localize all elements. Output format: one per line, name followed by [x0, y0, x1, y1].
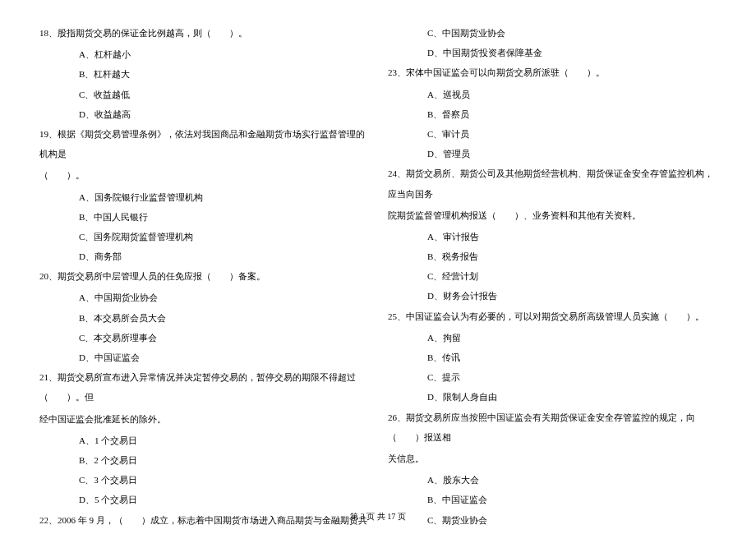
- q19-stem-line2: （ ）。: [39, 165, 368, 185]
- q20-option-d: D、中国证监会: [39, 348, 368, 367]
- q22-option-c: C、中国期货业协会: [388, 23, 717, 43]
- q23-option-b: B、督察员: [388, 104, 717, 124]
- q19-option-a: A、国务院银行业监督管理机构: [39, 187, 368, 207]
- q24-option-a: A、审计报告: [388, 227, 717, 246]
- q23-option-c: C、审计员: [388, 124, 717, 144]
- q25-option-d: D、限制人身自由: [388, 387, 717, 407]
- q26-option-a: A、股东大会: [388, 470, 717, 490]
- q25-option-a: A、拘留: [388, 328, 717, 348]
- q23-option-d: D、管理员: [388, 144, 717, 163]
- q20-option-a: A、中国期货业协会: [39, 288, 368, 307]
- right-column: C、中国期货业协会 D、中国期货投资者保障基金 23、宋体中国证监会可以向期货交…: [388, 23, 717, 534]
- q22-option-d: D、中国期货投资者保障基金: [388, 43, 717, 62]
- q23-option-a: A、巡视员: [388, 85, 717, 104]
- q25-stem: 25、中国证监会认为有必要的，可以对期货交易所高级管理人员实施（ ）。: [388, 306, 717, 326]
- q21-option-a: A、1 个交易日: [39, 430, 368, 450]
- q24-option-d: D、财务会计报告: [388, 286, 717, 306]
- q21-option-d: D、5 个交易日: [39, 490, 368, 509]
- q20-option-c: C、本交易所理事会: [39, 328, 368, 348]
- q18-stem: 18、股指期货交易的保证金比例越高，则（ ）。: [39, 23, 368, 43]
- q21-option-b: B、2 个交易日: [39, 450, 368, 470]
- q20-option-b: B、本交易所会员大会: [39, 308, 368, 328]
- q25-option-b: B、传讯: [388, 348, 717, 367]
- page-footer: 第 3 页 共 17 页: [0, 511, 756, 522]
- q18-option-b: B、杠杆越大: [39, 64, 368, 84]
- q19-option-d: D、商务部: [39, 246, 368, 266]
- q26-stem-line2: 关信息。: [388, 449, 717, 468]
- q24-option-b: B、税务报告: [388, 246, 717, 266]
- left-column: 18、股指期货交易的保证金比例越高，则（ ）。 A、杠杆越小 B、杠杆越大 C、…: [39, 23, 368, 534]
- q24-option-c: C、经营计划: [388, 266, 717, 286]
- q24-stem-line1: 24、期货交易所、期货公司及其他期货经营机构、期货保证金安全存管监控机构，应当向…: [388, 163, 717, 203]
- q21-option-c: C、3 个交易日: [39, 470, 368, 490]
- q21-stem-line2: 经中国证监会批准延长的除外。: [39, 409, 368, 429]
- q18-option-a: A、杠杆越小: [39, 44, 368, 64]
- q19-option-b: B、中国人民银行: [39, 207, 368, 227]
- q19-stem-line1: 19、根据《期货交易管理条例》，依法对我国商品和金融期货市场实行监督管理的机构是: [39, 124, 368, 163]
- q20-stem: 20、期货交易所中层管理人员的任免应报（ ）备案。: [39, 266, 368, 286]
- q25-option-c: C、提示: [388, 367, 717, 387]
- q26-stem-line1: 26、期货交易所应当按照中国证监会有关期货保证金安全存管监控的规定，向（ ）报送…: [388, 407, 717, 447]
- q21-stem-line1: 21、期货交易所宣布进入异常情况并决定暂停交易的，暂停交易的期限不得超过（ ）。…: [39, 367, 368, 407]
- q18-option-c: C、收益越低: [39, 85, 368, 104]
- q19-option-c: C、国务院期货监督管理机构: [39, 227, 368, 246]
- q26-option-d: D、期货保证金安全存管监控机构: [388, 530, 717, 534]
- q18-option-d: D、收益越高: [39, 104, 368, 124]
- content-area: 18、股指期货交易的保证金比例越高，则（ ）。 A、杠杆越小 B、杠杆越大 C、…: [39, 23, 717, 534]
- q23-stem: 23、宋体中国证监会可以向期货交易所派驻（ ）。: [388, 62, 717, 82]
- q26-option-b: B、中国证监会: [388, 490, 717, 509]
- q24-stem-line2: 院期货监督管理机构报送（ ）、业务资料和其他有关资料。: [388, 205, 717, 225]
